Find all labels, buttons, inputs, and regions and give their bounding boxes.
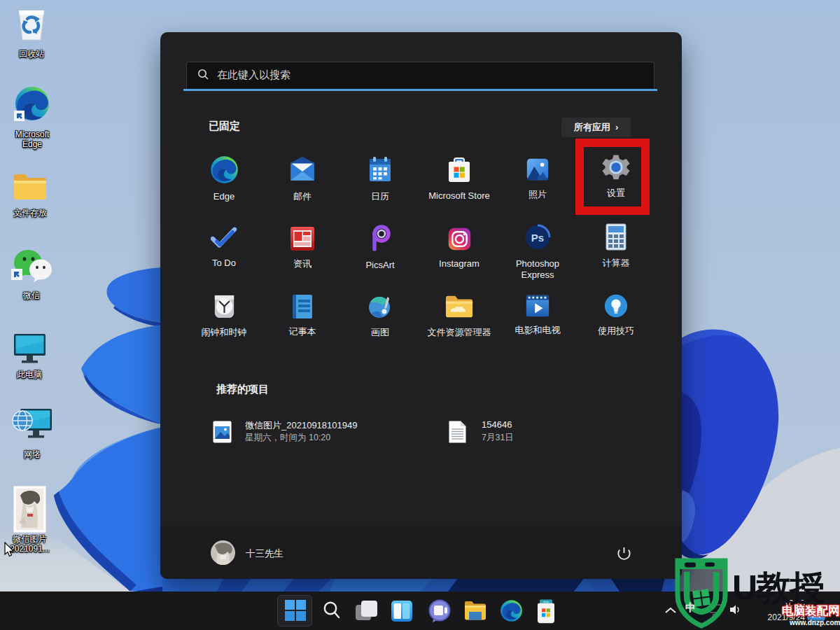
svg-text:dnzp: dnzp (543, 601, 549, 603)
svg-text:Ps: Ps (531, 232, 544, 244)
